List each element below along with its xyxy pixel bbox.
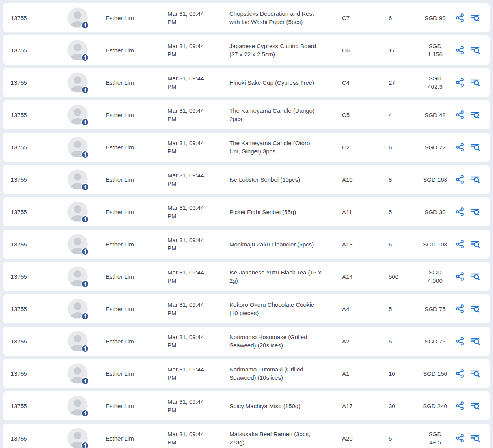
view-details-search-icon[interactable] [470,433,480,443]
order-id: 13755 [3,370,56,378]
quantity: 6 [389,240,422,248]
share-icon[interactable] [455,110,465,120]
view-details-search-icon[interactable] [470,142,480,152]
view-details-search-icon[interactable] [470,45,480,55]
avatar: f [67,428,88,448]
quantity: 8 [389,175,422,184]
order-date: Mar 31, 09:44 PM [167,236,229,252]
share-icon[interactable] [455,77,465,88]
share-icon[interactable] [455,142,465,152]
price: SGD 402.3 [422,74,448,91]
quantity: 30 [389,402,422,410]
avatar: f [67,105,88,125]
avatar-cell: f [56,105,99,125]
avatar: f [67,299,88,319]
share-icon[interactable] [455,304,465,314]
customer-name: Esther Lim [99,78,167,87]
facebook-icon: f [81,409,89,417]
table-row: 13755 f Esther Lim Mar 31, 09:44 PM Ise … [3,165,490,194]
product-name: Spicy Machiya Miso (150g) [229,402,342,410]
price: SGD 49.5 [422,430,448,446]
avatar-cell: f [56,234,99,254]
quantity: 27 [389,78,422,87]
customer-name: Esther Lim [99,370,167,378]
table-row: 13755 f Esther Lim Mar 31, 09:44 PM Koko… [3,294,490,323]
share-icon[interactable] [455,239,465,249]
customer-name: Esther Lim [99,111,167,119]
table-row: 13755 f Esther Lim Mar 31, 09:44 PM Moni… [3,230,490,259]
view-details-search-icon[interactable] [470,110,480,120]
customer-name: Esther Lim [99,305,167,313]
table-row: 13755 f Esther Lim Mar 31, 09:44 PM Chop… [3,3,490,32]
product-name: Matsusaka Beef Ramen (3pcs, 273g) [229,430,342,446]
share-icon[interactable] [455,174,465,185]
avatar: f [67,331,88,351]
avatar-cell: f [56,7,99,28]
order-date: Mar 31, 09:44 PM [167,333,229,349]
order-date: Mar 31, 09:44 PM [167,171,229,188]
order-date: Mar 31, 09:44 PM [167,301,229,317]
customer-name: Esther Lim [99,273,167,281]
customer-name: Esther Lim [99,175,167,184]
quantity: 5 [389,337,422,345]
row-actions [455,13,488,23]
customer-name: Esther Lim [99,208,167,216]
quantity: 17 [389,46,422,54]
price: SGD 90 [422,14,448,22]
product-code: A1 [342,370,389,378]
table-row: 13755 f Esther Lim Mar 31, 09:44 PM Ise … [3,262,490,291]
avatar-cell: f [56,137,99,157]
share-icon[interactable] [455,271,465,282]
facebook-icon: f [81,345,89,353]
share-icon[interactable] [455,401,465,411]
view-details-search-icon[interactable] [470,271,480,282]
share-icon[interactable] [455,13,465,23]
order-date: Mar 31, 09:44 PM [167,9,229,26]
quantity: 500 [389,273,422,281]
view-details-search-icon[interactable] [470,401,480,411]
avatar: f [67,266,88,287]
price: SGD 75 [422,305,448,313]
avatar-cell: f [56,428,99,448]
price: SGD 75 [422,337,448,345]
share-icon[interactable] [455,336,465,346]
avatar-cell: f [56,202,99,222]
product-code: A2 [342,337,389,345]
share-icon[interactable] [455,433,465,443]
order-id: 13755 [3,46,56,54]
order-id: 13755 [3,434,56,442]
view-details-search-icon[interactable] [470,368,480,379]
table-row: 13755 f Esther Lim Mar 31, 09:44 PM The … [3,100,490,129]
order-id: 13755 [3,273,56,281]
share-icon[interactable] [455,45,465,55]
order-id: 13755 [3,337,56,345]
product-name: Norimomo Hosomake (Grilled Seaweed) (20s… [229,333,342,349]
product-code: C5 [342,111,389,119]
product-name: Ise Lobster Senbei (10pcs) [229,175,342,184]
view-details-search-icon[interactable] [470,77,480,88]
view-details-search-icon[interactable] [470,207,480,217]
row-actions [455,77,488,88]
avatar-cell: f [56,40,99,60]
view-details-search-icon[interactable] [470,304,480,314]
view-details-search-icon[interactable] [470,174,480,185]
table-row: 13755 f Esther Lim Mar 31, 09:44 PM Japa… [3,35,490,65]
view-details-search-icon[interactable] [470,336,480,346]
order-date: Mar 31, 09:44 PM [167,203,229,220]
order-id: 13755 [3,402,56,410]
product-code: A13 [342,240,389,248]
row-actions [455,368,488,379]
facebook-icon: f [81,21,89,29]
row-actions [455,271,488,282]
product-name: Picket Eight Senbei (55g) [229,208,342,216]
avatar-cell: f [56,396,99,416]
order-date: Mar 31, 09:44 PM [167,365,229,382]
product-code: C6 [342,46,389,54]
product-name: Kokoro Okuru Chocolate Cookie (10 pieces… [229,301,342,317]
share-icon[interactable] [455,368,465,379]
view-details-search-icon[interactable] [470,239,480,249]
share-icon[interactable] [455,207,465,217]
view-details-search-icon[interactable] [470,13,480,23]
facebook-icon: f [81,86,89,94]
avatar-cell: f [56,72,99,93]
